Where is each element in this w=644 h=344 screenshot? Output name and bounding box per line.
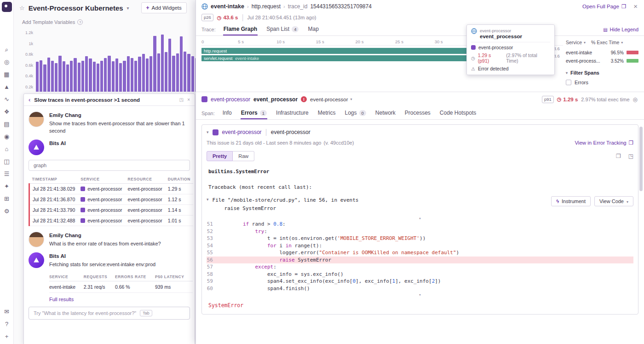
close-panel-icon[interactable]: × xyxy=(633,3,638,10)
tooltip-duration: 1.29 s (p91) xyxy=(478,52,503,64)
ruler-tick: 25 s xyxy=(395,39,403,44)
chat-header: ‹ Slow traces in event-processor >1 seco… xyxy=(24,94,195,106)
tab-info[interactable]: Info xyxy=(222,107,232,119)
star-icon[interactable]: ☆ xyxy=(19,5,25,12)
tab-network[interactable]: Network xyxy=(375,107,396,119)
tab-key-hint: Tab xyxy=(140,310,152,316)
chevron-down-icon: ▾ xyxy=(351,97,352,101)
trace-results-table: TimestampServiceResourceDuration Jul 28 … xyxy=(29,175,193,226)
raw-button[interactable]: Raw xyxy=(233,151,254,161)
legend-color-bar xyxy=(627,51,638,54)
notebooks-icon[interactable]: ▤ xyxy=(3,121,11,128)
tab-infrastructure[interactable]: Infrastructure xyxy=(276,107,309,119)
legend-item-event-process[interactable]: event-process...3.52% xyxy=(566,58,638,64)
legend-item-event-intake[interactable]: event-intake96.5% xyxy=(566,50,638,55)
chevron-down-icon[interactable]: ▾ xyxy=(127,6,129,11)
stats-table-header-row: ServiceRequestsErrors RateP50 Latency xyxy=(49,273,193,281)
expand-down-icon[interactable]: ▾ xyxy=(207,292,633,297)
error-operation: event-processor xyxy=(271,129,310,135)
code-snippet: ▴ 51 if rand > 0.8:52 try:53 t = int(os.… xyxy=(202,214,638,297)
back-chevron-icon[interactable]: ‹ xyxy=(29,96,30,103)
chart-bar xyxy=(176,53,179,92)
table-row[interactable]: Jul 28 21:41:38.029event-processorevent-… xyxy=(29,183,193,194)
security-icon[interactable]: ✦ xyxy=(3,183,11,190)
chevron-right-icon: › xyxy=(247,4,249,9)
dashboards-icon[interactable]: ▦ xyxy=(3,71,11,78)
copy-icon[interactable]: ❐ xyxy=(616,153,621,159)
metrics-icon[interactable]: ∿ xyxy=(3,96,11,103)
view-in-error-tracking-link[interactable]: View in Error Tracking ❐ xyxy=(575,140,633,146)
filter-spans-toggle[interactable]: ▾ Filter Spans xyxy=(566,70,638,76)
error-service[interactable]: event-processor xyxy=(222,129,262,135)
divider: | xyxy=(265,128,267,136)
scrollbar-thumb[interactable] xyxy=(639,127,643,191)
tab-errors[interactable]: Errors1 xyxy=(241,107,267,119)
open-full-page-link[interactable]: Open Full Page ❐ xyxy=(582,3,626,10)
add-template-variables-link[interactable]: Add Template Variables ? xyxy=(22,19,83,25)
focus-span-icon[interactable]: ◎ xyxy=(633,96,638,103)
close-chat-icon[interactable]: × xyxy=(187,97,190,102)
monitors-icon[interactable]: ◉ xyxy=(3,133,11,140)
chart-y-axis: 1.2k1k0.8k0.6k0.4k0.2k xyxy=(19,30,33,89)
apm-icon[interactable]: ❖ xyxy=(3,108,11,116)
exec-time-dropdown[interactable]: % Exec Time ▾ xyxy=(591,40,623,45)
line-number: 53 xyxy=(207,235,218,242)
instrument-button[interactable]: ϟ Instrument xyxy=(551,196,591,206)
tab-map[interactable]: Map xyxy=(307,23,319,35)
fullscreen-icon[interactable]: ◳ xyxy=(628,153,633,159)
stats-row[interactable]: event-intake2.31 req/s0.66 %939 ms xyxy=(49,281,193,292)
table-row[interactable]: Jul 28 21:41:36.870event-processorevent-… xyxy=(29,194,193,204)
add-icon[interactable]: + xyxy=(3,333,11,340)
table-row[interactable]: Jul 28 21:41:32.488event-processorevent-… xyxy=(29,215,193,226)
chat-icon[interactable]: ✉ xyxy=(3,308,11,315)
frame-chevron-icon[interactable]: ▾ xyxy=(207,197,209,202)
tab-span-list[interactable]: Span List4 xyxy=(266,23,299,35)
cell-timestamp: Jul 28 21:41:32.488 xyxy=(29,215,78,226)
logs-icon[interactable]: ☰ xyxy=(3,170,11,178)
app-root: ⌕◎▦▲∿❖▤◉⌂◫☰✦⊞⚙ ✉?+ ☆ Event-Processor Kub… xyxy=(0,0,644,344)
datadog-logo-icon[interactable] xyxy=(2,2,12,12)
ruler-tick: 10 s xyxy=(276,39,285,44)
help-icon[interactable]: ? xyxy=(3,321,11,328)
message-author: Bits AI xyxy=(49,253,155,259)
host-map-icon[interactable]: ▲ xyxy=(3,83,11,91)
tab-processes[interactable]: Processes xyxy=(404,107,431,119)
breadcrumb-operation[interactable]: http.request xyxy=(252,3,281,10)
bits-ai-logo-icon xyxy=(33,257,40,263)
rum-icon[interactable]: ◫ xyxy=(3,158,11,165)
errors-filter-checkbox[interactable]: Errors xyxy=(566,80,638,85)
hide-legend-button[interactable]: ▤ Hide Legend xyxy=(603,27,638,35)
trace-tabs-row: Trace: Flame GraphSpan List4Map ▤ Hide L… xyxy=(196,23,644,36)
tab-metrics[interactable]: Metrics xyxy=(317,107,336,119)
open-in-full-icon[interactable]: ◳ xyxy=(179,97,184,102)
cell-service: event-processor xyxy=(78,215,125,226)
tab-code-hotspots[interactable]: Code Hotspots xyxy=(439,107,477,119)
cell-timestamp: Jul 28 21:41:36.870 xyxy=(29,194,78,204)
full-results-link[interactable]: Full results xyxy=(49,297,190,302)
tab-logs[interactable]: Logs0 xyxy=(344,107,366,119)
search-icon[interactable]: ⌕ xyxy=(3,46,11,53)
view-code-button[interactable]: View Code ▾ xyxy=(594,196,633,206)
error-circle-icon: ! xyxy=(301,96,307,102)
span-selector-dropdown[interactable]: event-processor ▾ xyxy=(310,97,352,102)
add-widgets-button[interactable]: + Add Widgets xyxy=(141,2,187,13)
chat-input[interactable]: Try "What is the latency for event-proce… xyxy=(29,307,190,320)
line-number: 57 xyxy=(207,263,218,271)
integrations-icon[interactable]: ⊞ xyxy=(3,195,11,203)
settings-icon[interactable]: ⚙ xyxy=(3,208,11,215)
tab-flame-graph[interactable]: Flame Graph xyxy=(223,23,258,35)
watchdog-icon[interactable]: ◎ xyxy=(3,58,11,66)
collapse-chevron-icon[interactable]: ▾ xyxy=(207,130,209,134)
cell-timestamp: Jul 28 21:41:38.029 xyxy=(29,183,78,194)
tab-badge: 0 xyxy=(359,110,366,116)
table-row[interactable]: Jul 28 21:41:33.790event-processorevent-… xyxy=(29,204,193,215)
span-service[interactable]: event-processor xyxy=(211,96,250,103)
graph-attachment[interactable]: graph xyxy=(29,160,190,171)
line-number: 54 xyxy=(207,242,218,250)
span-tabs-label: Span: xyxy=(201,111,215,119)
pretty-button[interactable]: Pretty xyxy=(207,151,233,161)
expand-up-icon[interactable]: ▴ xyxy=(207,215,633,221)
infrastructure-icon[interactable]: ⌂ xyxy=(3,146,11,153)
breadcrumb-service[interactable]: event-intake xyxy=(211,3,244,10)
service-dropdown[interactable]: Service ▾ xyxy=(566,40,586,45)
